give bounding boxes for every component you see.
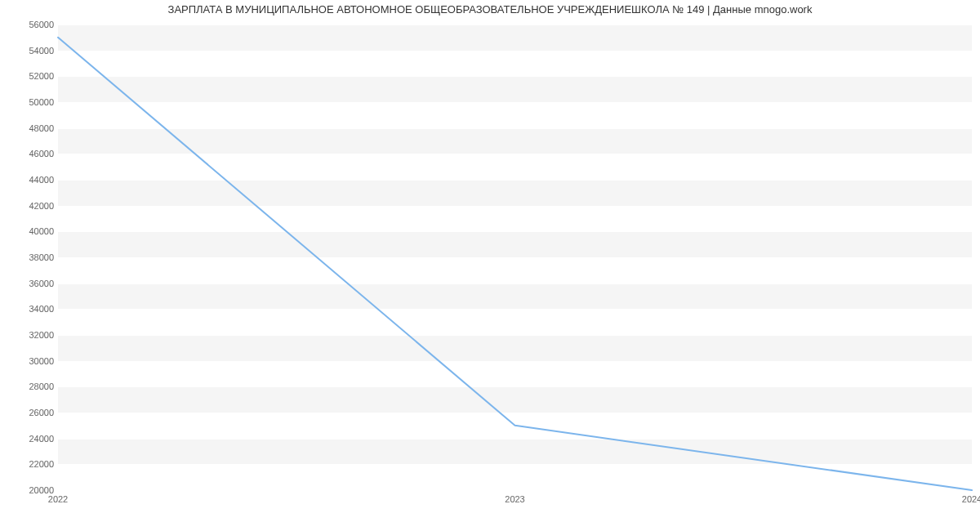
- series-line: [58, 38, 972, 490]
- y-axis-label: 32000: [29, 330, 54, 340]
- x-axis-label: 2024: [962, 494, 980, 504]
- y-axis-label: 38000: [29, 252, 54, 262]
- y-axis-label: 46000: [29, 149, 54, 158]
- y-gridline: [58, 490, 972, 491]
- y-axis-label: 52000: [29, 71, 54, 81]
- y-axis-label: 24000: [29, 434, 54, 444]
- y-axis-label: 50000: [29, 97, 54, 107]
- y-axis-label: 22000: [29, 459, 54, 469]
- y-axis-label: 42000: [29, 201, 54, 211]
- chart-container: ЗАРПЛАТА В МУНИЦИПАЛЬНОЕ АВТОНОМНОЕ ОБЩЕ…: [0, 0, 980, 531]
- y-axis-label: 40000: [29, 226, 54, 236]
- line-series-svg: [58, 25, 972, 490]
- y-axis-label: 48000: [29, 123, 54, 133]
- x-axis-label: 2023: [505, 494, 524, 504]
- x-axis-label: 2022: [48, 494, 68, 504]
- plot-area: [58, 25, 972, 491]
- y-axis-label: 44000: [29, 175, 54, 185]
- y-axis-label: 54000: [29, 46, 54, 56]
- y-axis-label: 34000: [29, 304, 54, 314]
- y-axis-label: 28000: [29, 382, 54, 391]
- y-axis-label: 36000: [29, 279, 54, 288]
- y-axis-label: 30000: [29, 356, 54, 366]
- y-axis-label: 26000: [29, 408, 54, 417]
- y-axis-label: 56000: [29, 20, 54, 29]
- chart-title: ЗАРПЛАТА В МУНИЦИПАЛЬНОЕ АВТОНОМНОЕ ОБЩЕ…: [0, 3, 980, 16]
